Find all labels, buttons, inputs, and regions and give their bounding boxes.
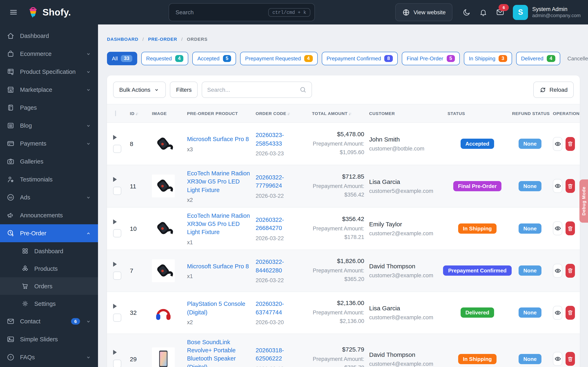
- sidebar-item-newsletters[interactable]: Newsletters: [0, 366, 98, 367]
- filter-tab-delivered[interactable]: Delivered4: [516, 52, 560, 65]
- prepayment-amount: Prepayment Amount: $365.20: [312, 267, 364, 284]
- sidebar-subitem-label: Orders: [34, 283, 52, 289]
- order-code-link[interactable]: 20260318-62506222: [256, 346, 307, 363]
- filter-tab-all[interactable]: All33: [107, 52, 137, 65]
- delete-order-button[interactable]: [566, 306, 575, 320]
- sidebar-item-faqs[interactable]: ?FAQs: [0, 348, 98, 366]
- row-expander[interactable]: [113, 135, 117, 140]
- dark-mode-toggle[interactable]: [462, 8, 471, 17]
- order-row-29: 29Bose SoundLink Revolve+ Portable Bluet…: [107, 334, 580, 367]
- breadcrumb-link[interactable]: DASHBOARD: [107, 37, 138, 42]
- bulk-actions-button[interactable]: Bulk Actions: [113, 82, 166, 98]
- breadcrumb-link[interactable]: PRE-ORDER: [148, 37, 177, 42]
- delete-order-button[interactable]: [566, 137, 575, 151]
- messages-icon[interactable]: 6: [496, 8, 505, 17]
- order-code-link[interactable]: 20260323-25854333: [256, 131, 307, 147]
- sidebar-item-pages[interactable]: Pages: [0, 99, 98, 117]
- hamburger-menu-icon[interactable]: [7, 6, 20, 18]
- product-link[interactable]: Microsoft Surface Pro 8: [187, 135, 251, 143]
- sidebar-item-galleries[interactable]: Galleries: [0, 152, 98, 170]
- column-header-order-code[interactable]: ORDER CODE↓↑: [253, 111, 310, 116]
- product-link[interactable]: PlayStation 5 Console (Digital): [187, 300, 251, 317]
- brand-logo[interactable]: Shofy.: [27, 6, 88, 19]
- order-code-link[interactable]: 20260320-63747744: [256, 300, 307, 317]
- row-expander[interactable]: [113, 220, 117, 225]
- sidebar-item-ecommerce[interactable]: Ecommerce: [0, 45, 98, 63]
- view-order-button[interactable]: [553, 306, 562, 320]
- column-header-id[interactable]: ID↓↑: [127, 111, 149, 116]
- sidebar-item-marketplace[interactable]: Marketplace: [0, 81, 98, 99]
- filter-tab-final-pre-order[interactable]: Final Pre-Order5: [402, 52, 460, 65]
- filter-tab-cancelled[interactable]: Cancelled: [564, 52, 588, 65]
- product-link[interactable]: EcoTech Marine Radion XR30w G5 Pro LED L…: [187, 169, 251, 194]
- reload-label: Reload: [549, 86, 568, 93]
- view-order-button[interactable]: [553, 179, 562, 193]
- product-image: [152, 259, 175, 282]
- debug-mode-ribbon[interactable]: Debug Mode: [579, 179, 588, 223]
- sidebar-item-contact[interactable]: Contact6: [0, 312, 98, 330]
- row-checkbox[interactable]: [113, 187, 121, 195]
- product-link[interactable]: Bose SoundLink Revolve+ Portable Bluetoo…: [187, 338, 251, 367]
- chevron-up-icon: [85, 230, 91, 236]
- view-order-button[interactable]: [553, 137, 562, 151]
- sidebar-item-product-specification[interactable]: Product Specification: [0, 63, 98, 81]
- sidebar-item-payments[interactable]: Payments: [0, 134, 98, 152]
- refresh-icon: [539, 86, 546, 93]
- select-all-checkbox[interactable]: [115, 110, 116, 116]
- row-expander[interactable]: [113, 262, 117, 267]
- sidebar-item-ads[interactable]: ADAds: [0, 188, 98, 206]
- sidebar-subitem-settings[interactable]: Settings: [0, 295, 98, 312]
- view-order-button[interactable]: [553, 352, 562, 366]
- filter-tab-prepayment-requested[interactable]: Prepayment Requested4: [240, 52, 318, 65]
- prepayment-amount: Prepayment Amount: $1,095.60: [312, 140, 364, 157]
- reload-button[interactable]: Reload: [533, 82, 574, 98]
- filter-tab-requested[interactable]: Requested4: [141, 52, 189, 65]
- row-checkbox[interactable]: [113, 272, 121, 280]
- sidebar-subitem-products[interactable]: Products: [0, 260, 98, 277]
- sidebar-item-announcements[interactable]: Announcements: [0, 206, 98, 224]
- table-search-input[interactable]: Search...: [202, 82, 312, 98]
- sidebar-subitem-dashboard[interactable]: Dashboard: [0, 242, 98, 260]
- sidebar-item-testimonials[interactable]: Testimonials: [0, 170, 98, 188]
- order-code-link[interactable]: 20260322-26684270: [256, 216, 307, 232]
- user-profile-menu[interactable]: S System Admin admin@company.com: [513, 5, 581, 20]
- order-row-10: 10EcoTech Marine Radion XR30w G5 Pro LED…: [107, 207, 580, 250]
- row-checkbox[interactable]: [113, 314, 121, 322]
- filters-button[interactable]: Filters: [170, 82, 198, 98]
- filter-tab-count: 5: [223, 55, 231, 62]
- product-link[interactable]: Microsoft Surface Pro 8: [187, 262, 251, 270]
- sidebar-subitem-orders[interactable]: Orders: [0, 277, 98, 295]
- global-search-input[interactable]: Search ctrl/cmd + k: [169, 3, 315, 21]
- delete-order-button[interactable]: [566, 179, 575, 193]
- sidebar-item-label: Pages: [20, 104, 91, 111]
- row-checkbox[interactable]: [113, 360, 121, 367]
- total-amount: $725.79: [312, 346, 364, 353]
- sidebar-item-blog[interactable]: Blog: [0, 117, 98, 134]
- row-expander[interactable]: [113, 177, 117, 182]
- view-order-button[interactable]: [553, 264, 562, 278]
- row-expander[interactable]: [113, 304, 117, 309]
- filter-tab-prepayment-confirmed[interactable]: Prepayment Confirmed8: [321, 52, 398, 65]
- product-link[interactable]: EcoTech Marine Radion XR30w G5 Pro LED L…: [187, 212, 251, 236]
- delete-order-button[interactable]: [566, 222, 575, 235]
- row-checkbox[interactable]: [113, 145, 121, 153]
- column-header-total-amount[interactable]: TOTAL AMOUNT↓↑: [310, 111, 367, 116]
- customer-email: customer5@example.com: [369, 188, 443, 194]
- delete-order-button[interactable]: [566, 264, 575, 278]
- sidebar-item-pre-order[interactable]: $Pre-Order: [0, 224, 98, 242]
- delete-order-button[interactable]: [566, 352, 575, 366]
- order-code-link[interactable]: 20260322-84462280: [256, 258, 307, 275]
- filter-tab-in-shipping[interactable]: In Shipping3: [464, 52, 512, 65]
- view-website-button[interactable]: View website: [395, 3, 453, 21]
- order-code-link[interactable]: 20260322-77799624: [256, 173, 307, 190]
- sidebar-subitem-label: Products: [34, 265, 58, 272]
- view-order-button[interactable]: [553, 222, 562, 235]
- row-expander[interactable]: [113, 350, 117, 355]
- filter-tab-label: All: [112, 55, 118, 62]
- notifications-bell-icon[interactable]: [479, 8, 488, 17]
- row-checkbox[interactable]: [113, 229, 121, 238]
- product-image: [152, 217, 175, 240]
- sidebar-item-simple-sliders[interactable]: Simple Sliders: [0, 330, 98, 348]
- filter-tab-accepted[interactable]: Accepted5: [192, 52, 236, 65]
- sidebar-item-dashboard[interactable]: Dashboard: [0, 27, 98, 45]
